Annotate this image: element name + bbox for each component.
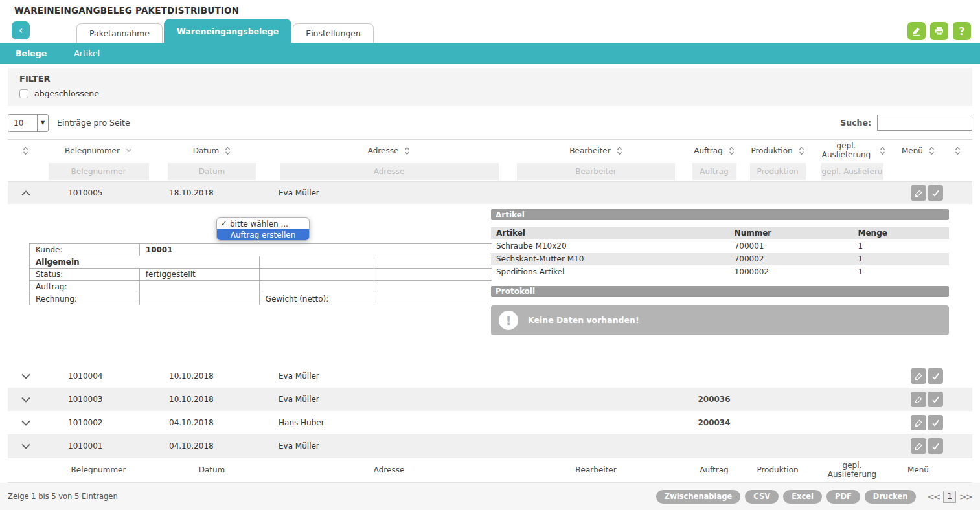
page-size-select[interactable]: 10 ▼	[8, 114, 49, 132]
table-row-1010002[interactable]: 1010002 04.10.2018 Hans Huber 200034	[8, 411, 972, 434]
csv-button[interactable]: CSV	[745, 490, 779, 504]
table-row: Rechnung: Gewicht (netto):	[30, 293, 492, 305]
next-page-button[interactable]: >>	[959, 492, 972, 502]
search-input[interactable]	[877, 115, 972, 131]
kunde-label: Kunde:	[30, 244, 140, 256]
chevron-down-icon	[21, 443, 31, 449]
entries-info: Zeige 1 bis 5 von 5 Einträgen	[8, 492, 118, 501]
tabbar: ‹ Paketannahme Wareneingangsbelege Einst…	[0, 21, 980, 43]
beleg-info-table: Kunde: 10001 Allgemein Status: fertigges…	[29, 243, 492, 305]
table-row-1010004[interactable]: 1010004 10.10.2018 Eva Müller	[8, 364, 972, 388]
collapse-row-button[interactable]	[8, 190, 43, 196]
rechnung-label: Rechnung:	[30, 293, 140, 305]
column-gepl-auslieferung[interactable]: gepl. Auslieferung	[811, 142, 893, 160]
edit-row-button[interactable]	[911, 392, 926, 407]
cell-datum: 04.10.2018	[154, 441, 270, 450]
complete-row-button[interactable]	[928, 392, 943, 407]
back-button[interactable]: ‹	[12, 21, 30, 39]
filter-auftrag-input[interactable]	[692, 163, 736, 180]
pencil-icon	[914, 418, 924, 428]
column-belegnummer[interactable]: Belegnummer	[43, 146, 154, 155]
expand-row-button[interactable]	[8, 397, 43, 403]
column-auftrag[interactable]: Auftrag	[684, 146, 744, 155]
cell-datum: 18.10.2018	[154, 188, 270, 197]
sort-icon	[955, 146, 961, 155]
expand-row-button[interactable]	[8, 443, 43, 449]
check-icon	[931, 418, 940, 428]
section-allgemein: Allgemein	[30, 256, 260, 269]
expand-row-button[interactable]	[8, 373, 43, 379]
table-row: Auftrag:	[30, 281, 492, 293]
tab-einstellungen[interactable]: Einstellungen	[293, 23, 374, 43]
column-menu[interactable]: Menü	[893, 146, 943, 155]
edit-row-button[interactable]	[911, 185, 926, 201]
column-sort-expand[interactable]	[8, 146, 43, 155]
edit-row-button[interactable]	[911, 368, 926, 384]
row-detail-panel: ✓ bitte wählen ... Auftrag erstellen Kun…	[0, 204, 980, 364]
tab-paketannahme[interactable]: Paketannahme	[76, 23, 163, 43]
cell-menu	[893, 392, 972, 407]
chevron-down-icon	[21, 373, 31, 379]
table-row-1010003[interactable]: 1010003 10.10.2018 Eva Müller 200036	[8, 388, 972, 411]
tab-strip: Paketannahme Wareneingangsbelege Einstel…	[76, 19, 375, 43]
check-icon	[931, 371, 940, 381]
edit-row-button[interactable]	[911, 415, 926, 430]
filter-datum-input[interactable]	[168, 163, 256, 180]
filter-title: FILTER	[19, 74, 961, 83]
print-button[interactable]	[930, 22, 948, 40]
complete-row-button[interactable]	[928, 438, 943, 454]
edit-row-button[interactable]	[911, 438, 926, 454]
gewicht-label: Gewicht (netto):	[259, 293, 374, 305]
filter-adresse-input[interactable]	[280, 163, 499, 180]
page-title: WAREINEINGANGBELEG PAKETDISTRIBUTION	[14, 5, 239, 16]
abgeschlossene-checkbox[interactable]	[19, 89, 28, 98]
help-button[interactable]: ?	[953, 22, 971, 40]
edit-button[interactable]	[907, 22, 926, 40]
drucken-button[interactable]: Drucken	[865, 490, 917, 504]
prev-page-button[interactable]: <<	[927, 492, 940, 502]
filter-produktion-input[interactable]	[750, 163, 806, 180]
no-data-alert: ! Keine Daten vorhanden!	[491, 305, 949, 335]
footer-column-produktion: Produktion	[744, 466, 811, 475]
excel-button[interactable]: Excel	[783, 490, 822, 504]
tab-label: Wareneingangsbelege	[177, 27, 279, 36]
pdf-button[interactable]: PDF	[826, 490, 860, 504]
complete-row-button[interactable]	[928, 415, 943, 430]
current-page[interactable]: 1	[943, 491, 956, 503]
table-row-1010001[interactable]: 1010001 04.10.2018 Eva Müller	[8, 434, 972, 458]
cell-menu	[893, 415, 972, 430]
chevron-down-icon	[21, 420, 31, 426]
footer-column-auftrag: Auftrag	[684, 466, 744, 475]
filter-gepl-auslieferung-input[interactable]	[821, 163, 883, 180]
expand-row-button[interactable]	[8, 420, 43, 426]
menu-item-auftrag-erstellen[interactable]: Auftrag erstellen	[217, 229, 309, 240]
complete-row-button[interactable]	[928, 185, 943, 201]
table-filter-row	[8, 161, 972, 182]
column-datum[interactable]: Datum	[154, 146, 270, 155]
column-adresse[interactable]: Adresse	[270, 146, 508, 155]
subnav-item-belege[interactable]: Belege	[16, 49, 47, 58]
subnav-item-artikel[interactable]: Artikel	[74, 49, 100, 58]
cell-datum: 10.10.2018	[154, 395, 270, 404]
cell-adresse: Hans Huber	[270, 418, 508, 427]
column-produktion[interactable]: Produktion	[744, 146, 811, 155]
filter-bearbeiter-input[interactable]	[517, 163, 675, 180]
tab-label: Paketannahme	[89, 28, 150, 38]
tab-wareneingangsbelege[interactable]: Wareneingangsbelege	[164, 19, 291, 43]
table-row-1010005[interactable]: 1010005 18.10.2018 Eva Müller	[8, 182, 972, 204]
filter-belegnummer-input[interactable]	[49, 163, 149, 180]
cell-menu	[893, 438, 972, 454]
check-icon	[931, 188, 940, 198]
check-icon	[931, 395, 940, 405]
table-footer-row: Belegnummer Datum Adresse Bearbeiter Auf…	[8, 458, 972, 483]
column-sort-extra[interactable]	[943, 146, 972, 155]
kunde-value: 10001	[139, 244, 492, 256]
cell-menu	[893, 185, 972, 201]
menu-item-bitte-waehlen[interactable]: ✓ bitte wählen ...	[217, 218, 309, 229]
complete-row-button[interactable]	[928, 368, 943, 384]
footer-column-bearbeiter: Bearbeiter	[508, 466, 684, 475]
sort-icon	[929, 146, 935, 155]
zwischenablage-button[interactable]: Zwischenablage	[656, 490, 740, 504]
cell-auftrag: 200036	[684, 395, 744, 404]
column-bearbeiter[interactable]: Bearbeiter	[508, 146, 684, 155]
